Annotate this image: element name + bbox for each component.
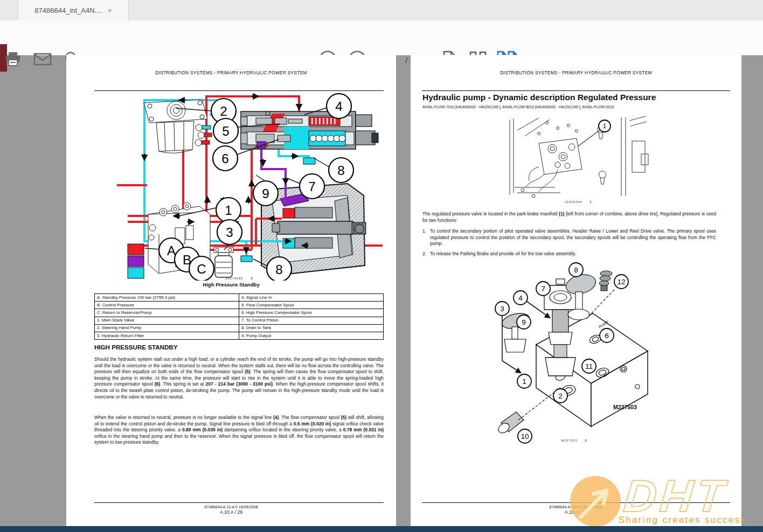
bold-text: (5) — [245, 369, 250, 374]
page-header: DISTRIBUTION SYSTEMS - PRIMARY HYDRAULIC… — [411, 70, 741, 75]
browser-tab-bar: 87486644_int_A4N.... × — [0, 0, 763, 21]
list-item-text: To release the Parking Brake and provide… — [430, 251, 716, 257]
footer-doc-ref: 87486644-A.10.A 0 16/05/2008 — [66, 505, 396, 509]
table-row: 2. Steering Hand Pump8. Drain to Tank — [95, 324, 384, 332]
paragraph-1: Should the hydraulic system stall out un… — [94, 356, 384, 400]
manifold-exploded-diagram: PUMP RED M227503 87124396111210 — [485, 258, 663, 450]
footer-doc-ref: 87486644-A.10.A 0 16/05/2008 — [411, 505, 741, 509]
list-item-text: To control the secondary portion of pilo… — [430, 228, 716, 247]
valve-location-drawing: 1 — [507, 115, 649, 199]
callout-number: 1 — [603, 123, 606, 129]
document-tab[interactable]: 87486644_int_A4N.... × — [18, 0, 129, 20]
table-row: B. Control Pressure5. Flow Compensator S… — [95, 302, 384, 309]
table-cell: 3. Hydraulic Return Filter — [95, 332, 239, 339]
callout-number: 5 — [222, 124, 229, 138]
table-cell: A. Standby Pressure 190 bar (2755.0 psi) — [95, 294, 239, 302]
table-cell: 6. High Pressure Compensator Spool — [239, 309, 384, 317]
bold-text: 0.89 mm (0.035 in) — [182, 427, 223, 432]
document-page-left: DISTRIBUTION SYSTEMS - PRIMARY HYDRAULIC… — [66, 55, 396, 526]
figure-caption: 200744803 — [94, 277, 384, 280]
figure-title: High Pressure Standby — [66, 282, 396, 288]
table-cell: 1. Main Stack Valve — [95, 317, 239, 324]
document-page-right: DISTRIBUTION SYSTEMS - PRIMARY HYDRAULIC… — [411, 55, 741, 526]
compensator-valve-block — [241, 111, 378, 149]
callout-number: 6 — [605, 332, 609, 340]
paragraph-2: When the valve is returned to neutral, p… — [94, 415, 384, 446]
table-cell: 4. Signal Line In — [239, 294, 384, 302]
email-button[interactable] — [31, 47, 54, 71]
text: . The flow compensator spool — [279, 415, 341, 420]
bold-text: (1) — [559, 211, 564, 216]
photo-callout-leader — [578, 130, 600, 146]
callout-number: C — [197, 262, 206, 276]
callout-number: 9 — [522, 318, 526, 326]
table-cell: C. Return to Reservoir/Pump — [95, 309, 239, 317]
bold-text: (5) — [341, 415, 346, 420]
callout-number: 8 — [275, 262, 282, 277]
email-icon — [33, 53, 52, 66]
table-cell: 5. Flow Compensator Spool — [239, 302, 384, 309]
hydraulic-return-filter-art — [214, 247, 233, 277]
text: . This spring is set at — [160, 381, 205, 387]
diagram-caption-number: 2 — [585, 439, 587, 442]
footer-page-ref: A.10.A / 30 — [411, 509, 741, 515]
pdf-viewer-window: 87486644_int_A4N.... × — [0, 0, 763, 532]
table-row: 1. Main Stack Valve7. To Control Piston — [95, 317, 384, 324]
table-row: C. Return to Reservoir/Pump6. High Press… — [95, 309, 384, 317]
legend-table: A. Standby Pressure 190 bar (2755.0 psi)… — [94, 293, 384, 340]
callout-number: 7 — [308, 179, 315, 194]
callout-number: 8 — [574, 266, 578, 274]
callout-number: 4 — [335, 99, 342, 114]
steering-hand-pump-art — [144, 100, 212, 153]
footer-rule — [422, 502, 730, 503]
table-cell: 8. Drain to Tank — [239, 324, 384, 332]
callout-number: 6 — [221, 151, 228, 166]
section-heading: HIGH PRESSURE STANDBY — [94, 344, 177, 351]
callout-number: 4 — [518, 294, 523, 302]
diagram-caption-code: M227503 — [561, 439, 577, 442]
table-row: 3. Hydraulic Return Filter9. Pump Output — [95, 332, 384, 339]
print-icon — [5, 52, 21, 67]
list-item-number: 1. — [422, 228, 426, 234]
callout-number: 3 — [226, 225, 233, 240]
article-title: Hydraulic pump - Dynamic description Reg… — [422, 93, 656, 102]
bold-text: 0.78 mm (0.031 in) — [343, 427, 384, 432]
callout-number: 3 — [500, 305, 504, 313]
bold-text: (6) — [155, 381, 160, 387]
tab-close-icon[interactable]: × — [108, 6, 112, 15]
footer-page-ref: A.10.A / 29 — [66, 509, 396, 515]
photo-caption: 130353461 — [507, 200, 649, 204]
text: When the valve is returned to neutral, p… — [94, 415, 273, 420]
callout-number: 8 — [337, 163, 344, 178]
callout-number: 2 — [220, 104, 227, 118]
callout-number: 1 — [522, 377, 526, 386]
fitting-12-art — [599, 271, 612, 291]
photo-callouts: 1 — [599, 120, 611, 132]
svg-text:M227503: M227503 — [613, 404, 637, 410]
legend-color-swatches — [128, 244, 144, 278]
footer-rule — [94, 502, 384, 503]
text: orifice in the steering hand pump and th… — [94, 433, 384, 445]
photo-caption-number: 1 — [589, 200, 591, 204]
intro-paragraph: The regulated pressure valve is located … — [422, 211, 716, 223]
callout-number: 2 — [558, 392, 563, 400]
text: The regulated pressure valve is located … — [422, 211, 559, 216]
table-cell: 7. To Control Piston — [239, 317, 384, 324]
callout-number: 7 — [541, 285, 545, 293]
callout-number: 9 — [262, 186, 269, 201]
figure-caption-number: 3 — [251, 277, 252, 280]
table-cell: B. Control Pressure — [95, 302, 239, 309]
hydraulic-schematic-figure: 256487913ABC8 — [94, 93, 396, 281]
bottom-status-bar — [0, 526, 763, 532]
tab-title: 87486644_int_A4N.... — [34, 6, 102, 15]
callout-number: 1 — [225, 203, 232, 218]
bold-text: (4) — [273, 415, 279, 420]
callout-number: 12 — [617, 278, 625, 286]
print-button[interactable] — [1, 47, 25, 71]
table-row: A. Standby Pressure 190 bar (2755.0 psi)… — [95, 294, 384, 302]
bold-text: 207 - 214 bar (3000 - 3100 psi) — [206, 381, 273, 387]
article-subtitle: AXIAL-FLOW 7010 [HAJ000000 - HAJ201245 ]… — [422, 105, 614, 109]
list-item-number: 2. — [422, 251, 426, 256]
pdf-toolbar: / 3356 — [0, 20, 763, 55]
header-rule — [422, 90, 730, 91]
